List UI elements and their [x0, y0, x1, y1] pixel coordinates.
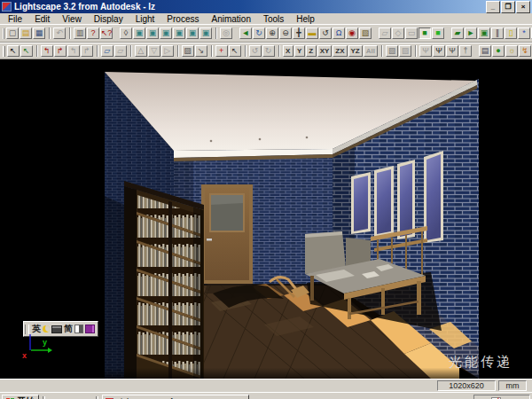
toolbar-row-1: ▢▤▦↶▥?↖?◊▣▣▣▣▣▣◎◄↻⊕⊖╋▬↺Ω◉▧▱◇▭■■▰►▣∥▯*▦◉	[0, 24, 532, 43]
title-bar[interactable]: Lightscape 3.2 from Autodesk - lz _❐×	[0, 0, 532, 13]
redraw-button[interactable]: ↻	[253, 27, 265, 39]
mesh-tool-button[interactable]: ▨	[182, 45, 194, 57]
select-source-button[interactable]: ↰	[67, 45, 80, 57]
initiate-button[interactable]: ▰	[451, 27, 464, 39]
mail-icon[interactable]: ✉	[64, 395, 77, 399]
context-help-button[interactable]: ↖?	[100, 27, 113, 39]
pan-button[interactable]: ╋	[293, 27, 305, 39]
go-button[interactable]: ►	[465, 27, 477, 39]
align-face-button[interactable]: ▽	[148, 45, 160, 57]
lock-z-button[interactable]: Z	[306, 45, 317, 57]
undo-view-button[interactable]: ↺	[249, 45, 262, 57]
select-object-button[interactable]: ↖	[229, 45, 241, 57]
menu-item[interactable]: Edit	[28, 14, 56, 24]
start-button[interactable]: 开始	[2, 395, 39, 399]
view-preset-6-button[interactable]: ▣	[200, 27, 212, 39]
solution-stage-button[interactable]: ●	[492, 45, 505, 57]
menu-item[interactable]: File	[2, 14, 28, 24]
query-surface-button[interactable]: ▱	[114, 45, 127, 57]
toolbar-button	[446, 27, 450, 39]
viewport[interactable]: 光能传递 英 简 x y	[0, 59, 532, 379]
menu-item[interactable]: View	[56, 14, 88, 24]
select-occluder-button[interactable]: ↱	[81, 45, 93, 57]
ime-punctuation-icon[interactable]	[74, 325, 83, 333]
ime-softkeyboard-icon[interactable]	[85, 325, 95, 333]
select-patch-button[interactable]: ↱	[54, 45, 66, 57]
lock-y-button[interactable]: Y	[294, 45, 305, 57]
lock-all-button[interactable]: All	[364, 45, 378, 57]
view-preset-5-button[interactable]: ▣	[186, 27, 199, 39]
rotate-view-button[interactable]: ↺	[319, 27, 332, 39]
toolbar-grip[interactable]	[3, 28, 4, 39]
vertex-snap-button[interactable]: ▨	[399, 45, 411, 57]
level-tool-button[interactable]: ▬	[306, 27, 318, 39]
layers-button[interactable]: ▤	[479, 45, 491, 57]
run-mode-button[interactable]: Ψ	[433, 45, 445, 57]
taskbar: 开始 e✉▤ Lightscape 3.2 from Auto... ◄) ╱ …	[0, 392, 532, 399]
outline-mode-button[interactable]: ▭	[405, 27, 418, 39]
snap-tool-button[interactable]: ▧	[386, 45, 398, 57]
query-entity-button[interactable]: ▱	[101, 45, 113, 57]
orbit-button[interactable]: Ω	[332, 27, 345, 39]
help-button[interactable]: ?	[87, 27, 99, 39]
view-preset-4-button[interactable]: ▣	[173, 27, 185, 39]
wireframe-mode-button[interactable]: ▱	[379, 27, 391, 39]
save-button[interactable]: ▦	[33, 27, 45, 39]
restore-button[interactable]: ❐	[501, 1, 515, 13]
menu-item[interactable]: Light	[129, 14, 161, 24]
select-query-button[interactable]: ↖	[20, 45, 33, 57]
undo-button[interactable]: ↶	[53, 27, 66, 39]
raytrace-button[interactable]: *	[518, 27, 530, 39]
walk-mode-button[interactable]: Ψ	[419, 45, 432, 57]
draft-button[interactable]: ∥	[491, 27, 504, 39]
menu-item[interactable]: Display	[88, 14, 129, 24]
view-preset-2-button[interactable]: ▣	[146, 27, 159, 39]
shaded-mode-button[interactable]: ■	[419, 27, 431, 39]
show-desktop-icon[interactable]: ▤	[79, 395, 92, 399]
select-surface-button[interactable]: ↰	[41, 45, 53, 57]
open-button[interactable]: ▤	[20, 27, 32, 39]
zoom-out-button[interactable]: ⊖	[279, 27, 292, 39]
lock-xy-button[interactable]: XY	[317, 45, 332, 57]
fly-mode-button[interactable]: Ψ	[446, 45, 458, 57]
lock-x-button[interactable]: X	[283, 45, 293, 57]
menu-item[interactable]: Tools	[257, 14, 290, 24]
previous-view-button[interactable]: ◄	[239, 27, 252, 39]
key-tool-button[interactable]: ◊	[120, 27, 132, 39]
enhanced-mode-button[interactable]: ■	[432, 27, 444, 39]
select-button[interactable]: ↖	[7, 45, 20, 57]
add-light-button[interactable]: +	[215, 45, 228, 57]
menu-item[interactable]: Help	[290, 14, 321, 24]
ime-charset-toggle[interactable]: 简	[64, 325, 73, 333]
zoom-extents-button[interactable]: ◎	[220, 27, 232, 39]
menu-item[interactable]: Animation	[205, 14, 256, 24]
redo-view-button[interactable]: ↻	[262, 45, 275, 57]
print-button[interactable]: ▥	[74, 27, 86, 39]
stand-mode-button[interactable]: †	[459, 45, 472, 57]
view-preset-1-button[interactable]: ▣	[133, 27, 145, 39]
taskbar-task-button[interactable]: Lightscape 3.2 from Auto...	[102, 395, 249, 399]
close-button[interactable]: ×	[516, 1, 530, 13]
lock-yz-button[interactable]: YZ	[348, 45, 363, 57]
orient-face-button[interactable]: △	[135, 45, 147, 57]
flip-normal-button[interactable]: ▷	[161, 45, 174, 57]
toolbar-icon: ▱	[382, 29, 388, 37]
toolbar-grip[interactable]	[3, 46, 5, 57]
lock-zx-button[interactable]: ZX	[332, 45, 347, 57]
new-button[interactable]: ▢	[6, 27, 19, 39]
minimize-button[interactable]: _	[486, 1, 500, 13]
snapshot-button[interactable]: ▯	[505, 27, 517, 39]
process-control-button[interactable]: ↯	[519, 45, 531, 57]
pick-tool-button[interactable]: ↘	[195, 45, 207, 57]
zoom-in-button[interactable]: ⊕	[266, 27, 278, 39]
ie-icon[interactable]: e	[49, 395, 62, 399]
restore-view-button[interactable]: ▧	[359, 27, 372, 39]
menu-item[interactable]: Process	[160, 14, 205, 24]
update-button[interactable]: ▣	[478, 27, 490, 39]
toolbar-icon: †	[463, 47, 467, 55]
zoom-window-button[interactable]: ◉	[346, 27, 358, 39]
toolbar-icon: Ψ	[449, 47, 456, 55]
hidden-line-mode-button[interactable]: ◇	[392, 27, 404, 39]
daylight-button[interactable]: ☼	[505, 45, 518, 57]
view-preset-3-button[interactable]: ▣	[160, 27, 172, 39]
